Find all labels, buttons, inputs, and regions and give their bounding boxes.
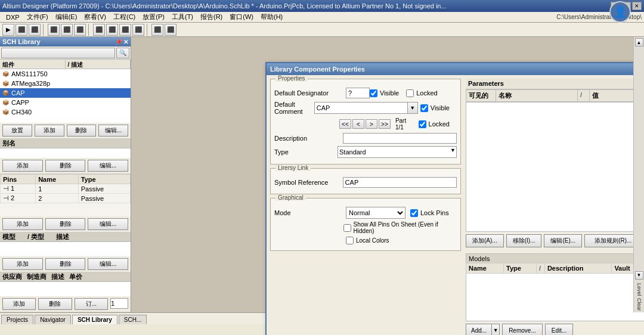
component-row[interactable]: 📦 ATMega328p	[0, 79, 131, 88]
model-buttons: 添加 删除 编辑...	[0, 256, 131, 272]
mode-select[interactable]: Normal	[346, 207, 405, 219]
toolbar-btn-6[interactable]: ⬛	[74, 24, 86, 36]
pin-row[interactable]: ⊣ 1 1 Passive	[1, 184, 131, 194]
dialog-body: Properties Default Designator Visible Lo…	[267, 75, 644, 335]
tab-navigator[interactable]: Navigator	[35, 315, 71, 324]
component-row[interactable]: 📦 AMS111750	[0, 69, 131, 79]
panel-close-button[interactable]: ✕	[123, 39, 128, 45]
close-window-button[interactable]: ✕	[632, 2, 642, 10]
locked-checkbox-2[interactable]	[419, 120, 426, 128]
toolbar-btn-12[interactable]: ⬛	[165, 24, 177, 36]
comment-combo: ▼	[314, 102, 418, 114]
toolbar-btn-7[interactable]: ⬛	[93, 24, 105, 36]
show-all-pins-checkbox[interactable]	[343, 224, 351, 232]
show-all-pins-row: Show All Pins On Sheet (Even if Hidden)	[274, 221, 457, 234]
toolbar-sep-2	[88, 24, 91, 36]
clear-label[interactable]: Clear	[636, 298, 642, 311]
panel-pin-button[interactable]: 📌	[115, 39, 122, 45]
order-count-input[interactable]	[110, 298, 128, 309]
edit-pin-button[interactable]: 编辑...	[88, 218, 128, 230]
edge-btn-up[interactable]: ▲	[635, 38, 643, 46]
lock-pins-checkbox[interactable]	[410, 209, 418, 217]
toolbar-btn-5[interactable]: ⬛	[61, 24, 73, 36]
nav-prev-btn[interactable]: <	[352, 119, 364, 129]
add-component-button[interactable]: 添加	[35, 125, 64, 137]
menu-project[interactable]: 工程(C)	[110, 12, 139, 22]
add-model-btn[interactable]: Add...	[466, 324, 491, 335]
nav-next-btn[interactable]: >	[366, 119, 377, 129]
nav-last-btn[interactable]: >>	[379, 119, 391, 129]
model-section-header: 模型 / 类型 描述	[0, 232, 131, 242]
menu-help[interactable]: 帮助(H)	[257, 12, 286, 22]
pin-row[interactable]: ⊣ 2 2 Passive	[1, 194, 131, 203]
pins-buttons: 添加 删除 编辑...	[0, 216, 131, 232]
add-pin-button[interactable]: 添加	[2, 218, 43, 230]
add-alias-button[interactable]: 添加	[2, 160, 43, 172]
description-input[interactable]	[343, 133, 457, 144]
nav-first-btn[interactable]: <<	[339, 119, 351, 129]
edit-param-button[interactable]: 编辑(E)...	[544, 234, 582, 247]
visible-checkbox-2[interactable]	[420, 104, 428, 112]
place-button[interactable]: 放置	[2, 125, 32, 137]
comment-dropdown-btn[interactable]: ▼	[407, 102, 418, 114]
delete-component-button[interactable]: 删除	[67, 125, 97, 137]
type-select[interactable]: Standard Mechanical Graphical	[338, 146, 457, 158]
menu-dxp[interactable]: DXP	[2, 13, 23, 21]
nav-row: << < > >> Part 1/1 Locked	[274, 117, 457, 131]
designator-input[interactable]	[346, 88, 370, 98]
local-colors-checkbox[interactable]	[346, 237, 354, 244]
add-model-dropdown-btn[interactable]: ▼	[491, 324, 500, 335]
add-param-button[interactable]: 添加(A)...	[466, 234, 504, 247]
tab-sch-library[interactable]: SCH Library	[72, 315, 117, 324]
remove-model-btn[interactable]: Remove...	[502, 324, 543, 335]
edit-model-button[interactable]: 编辑...	[88, 258, 128, 270]
user-avatar[interactable]: 👤	[609, 1, 631, 23]
menu-tools[interactable]: 工具(T)	[168, 12, 197, 22]
toolbar-btn-8[interactable]: ⬛	[106, 24, 118, 36]
edit-model-btn[interactable]: Edit...	[545, 324, 574, 335]
delete-model-button[interactable]: 删除	[45, 258, 86, 270]
menu-reports[interactable]: 报告(R)	[197, 12, 226, 22]
locked-checkbox-1[interactable]	[406, 89, 414, 97]
toolbar-btn-9[interactable]: ⬛	[119, 24, 131, 36]
search-button[interactable]: 🔍	[116, 48, 129, 58]
toolbar-btn-2[interactable]: ⬛	[16, 24, 27, 36]
tab-sch[interactable]: SCH...	[119, 315, 147, 324]
edit-alias-button[interactable]: 编辑...	[88, 160, 128, 172]
toolbar-btn-1[interactable]: ▶	[2, 24, 14, 36]
menu-edit[interactable]: 编辑(E)	[52, 12, 81, 22]
edit-component-button[interactable]: 编辑...	[98, 125, 128, 137]
toolbar-btn-4[interactable]: ⬛	[48, 24, 60, 36]
delete-pin-button[interactable]: 删除	[45, 218, 86, 230]
menu-view[interactable]: 察看(V)	[80, 12, 110, 22]
delete-alias-button[interactable]: 删除	[45, 160, 86, 172]
models-col-name: Name	[466, 263, 504, 274]
menu-file[interactable]: 文件(F)	[23, 12, 52, 22]
dialog-right-panel: Parameters 可见的 名称 / 值 类型 添加(A)... 移除(	[466, 79, 644, 335]
component-row-selected[interactable]: 📦 CAP	[0, 88, 131, 98]
remove-param-button[interactable]: 移除(I)...	[506, 234, 542, 247]
toolbar-btn-3[interactable]: ⬛	[29, 24, 41, 36]
component-icon: 📦	[2, 90, 9, 96]
tab-projects[interactable]: Projects	[1, 315, 33, 324]
visible-checkbox-1[interactable]	[370, 89, 377, 97]
type-row: Type Standard Mechanical Graphical ▼	[274, 146, 457, 158]
toolbar-btn-10[interactable]: ⬛	[132, 24, 144, 36]
add-model-button[interactable]: 添加	[2, 258, 43, 270]
order-button[interactable]: 订...	[75, 298, 108, 310]
delete-supplier-button[interactable]: 删除	[38, 298, 72, 310]
toolbar-btn-11[interactable]: ⬛	[151, 24, 163, 36]
mode-select-wrapper: Normal	[346, 207, 405, 219]
menu-window[interactable]: 窗口(W)	[226, 12, 257, 22]
add-supplier-button[interactable]: 添加	[2, 298, 36, 310]
visible-label-2: Visible	[431, 104, 450, 111]
edge-btn-down[interactable]: ▼	[635, 271, 643, 280]
comment-input[interactable]	[314, 102, 407, 114]
menu-place[interactable]: 放置(P)	[139, 12, 168, 22]
level-label[interactable]: Level	[636, 283, 642, 296]
component-search-input[interactable]	[1, 48, 115, 58]
component-row[interactable]: 📦 CH340	[0, 107, 131, 117]
models-body	[466, 274, 644, 321]
component-row[interactable]: 📦 CAPP	[0, 98, 131, 107]
symbol-ref-input[interactable]	[343, 177, 457, 188]
